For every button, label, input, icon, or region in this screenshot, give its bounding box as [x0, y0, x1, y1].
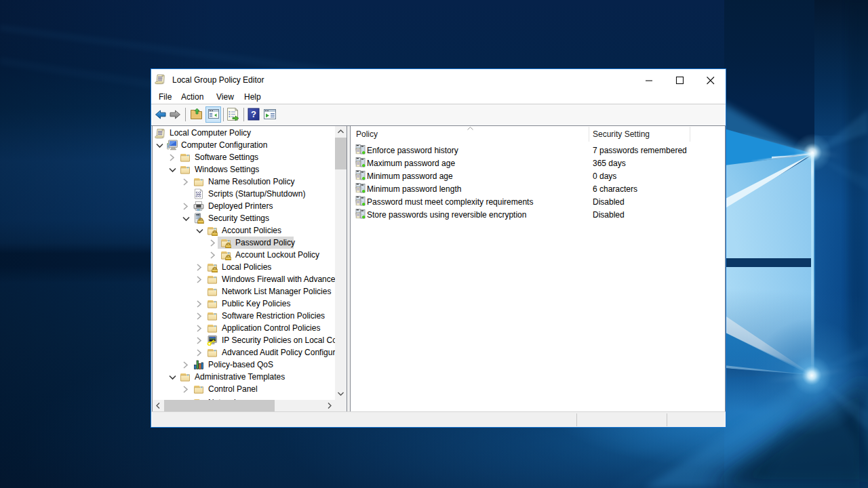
- svg-text:?: ?: [251, 109, 256, 119]
